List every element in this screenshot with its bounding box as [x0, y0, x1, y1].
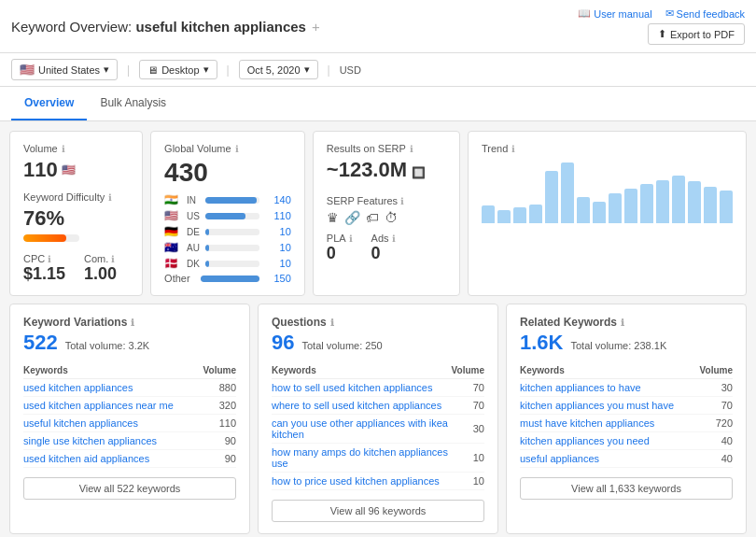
keyword-cell: single use kitchen appliances [23, 432, 198, 450]
related-keywords-card: Related Keywords ℹ 1.6K Total volume: 23… [506, 304, 747, 534]
keyword-link[interactable]: used kitchen appliances [23, 382, 133, 393]
serp-value: ~123.0M [327, 158, 407, 182]
crown-icon: ♛ [327, 210, 339, 225]
chevron-icon3: ▾ [304, 64, 310, 76]
volume-cell: 90 [198, 450, 236, 468]
global-volume-card: Global Volume ℹ 430 🇮🇳 IN 140 🇺🇸 US 110 … [150, 131, 305, 296]
user-manual-link[interactable]: 📖 User manual [578, 7, 651, 20]
us-flag-inline: 🇺🇸 [62, 163, 76, 177]
trend-card: Trend ℹ [468, 131, 747, 296]
export-icon: ⬆ [658, 28, 666, 40]
country-select[interactable]: 🇺🇸 United States ▾ [11, 59, 118, 80]
serp-info-icon[interactable]: ℹ [410, 144, 413, 154]
table-row: kitchen appliances you must have 70 [520, 397, 733, 415]
keyword-cell: useful appliances [520, 450, 695, 468]
volume-cell: 90 [198, 432, 236, 450]
other-bar-wrap [201, 276, 259, 282]
volume-cell: 70 [452, 397, 484, 415]
table-row: how to price used kitchen appliances 10 [272, 473, 484, 490]
keyword-link[interactable]: how many amps do kitchen appliances use [272, 446, 448, 469]
volume-info-icon[interactable]: ℹ [62, 144, 65, 154]
tag-icon: 🏷 [366, 210, 379, 225]
pla-ads-row: PLA ℹ 0 Ads ℹ 0 [327, 233, 446, 263]
table-row: useful appliances 40 [520, 450, 733, 468]
volume-cell: 70 [452, 379, 484, 397]
rk-table: Keywords Volume kitchen appliances to ha… [520, 362, 733, 468]
keyword-link[interactable]: single use kitchen appliances [23, 435, 157, 446]
keyword-link[interactable]: used kitchen aid appliances [23, 453, 149, 464]
volume-cell: 30 [452, 415, 484, 444]
global-label: Global Volume [164, 143, 231, 154]
table-row: kitchen appliances you need 40 [520, 432, 733, 450]
keyword-variations-card: Keyword Variations ℹ 522 Total volume: 3… [9, 304, 250, 534]
trend-bar [513, 207, 526, 223]
keyword-link[interactable]: useful appliances [520, 453, 599, 464]
keyword-link[interactable]: kitchen appliances to have [520, 382, 641, 393]
rk-info-icon[interactable]: ℹ [621, 318, 624, 328]
keyword-link[interactable]: must have kitchen appliances [520, 417, 654, 429]
keyword-link[interactable]: where to sell used kitchen appliances [272, 400, 441, 411]
header-title: Keyword Overview: useful kitchen applian… [11, 19, 320, 35]
tab-bulk-analysis[interactable]: Bulk Analysis [87, 87, 179, 120]
title-prefix: Keyword Overview: [11, 19, 132, 35]
divider2: | [227, 64, 230, 77]
send-feedback-link[interactable]: ✉ Send feedback [665, 7, 745, 20]
country-num: 140 [263, 194, 291, 205]
pla-block: PLA ℹ 0 [327, 233, 353, 263]
kv-view-all-button[interactable]: View all 522 keywords [23, 477, 236, 500]
date-select[interactable]: Oct 5, 2020 ▾ [239, 60, 318, 79]
q-col-volume: Volume [452, 362, 484, 379]
country-bar-wrap [205, 213, 259, 219]
kv-info-icon[interactable]: ℹ [131, 318, 134, 328]
volume-value: 110 [23, 158, 58, 182]
keyword-link[interactable]: kitchen appliances you need [520, 435, 650, 446]
chevron-icon2: ▾ [203, 64, 209, 76]
export-button[interactable]: ⬆ Export to PDF [648, 23, 745, 45]
keyword-title: useful kitchen appliances [135, 19, 306, 35]
q-table: Keywords Volume how to sell used kitchen… [272, 362, 484, 490]
trend-bar [545, 171, 558, 223]
q-info-icon[interactable]: ℹ [330, 318, 334, 328]
trend-bar [704, 187, 717, 223]
country-bar-fill [205, 197, 257, 204]
plus-icon[interactable]: + [312, 19, 320, 35]
difficulty-info-icon[interactable]: ℹ [108, 192, 112, 203]
keyword-link[interactable]: used kitchen appliances near me [23, 400, 174, 411]
cpc-info-icon[interactable]: ℹ [48, 254, 51, 264]
country-bar-wrap [205, 229, 259, 235]
ads-info[interactable]: ℹ [392, 233, 396, 244]
keyword-link[interactable]: how to price used kitchen appliances [272, 475, 440, 487]
keyword-cell: how many amps do kitchen appliances use [272, 444, 452, 473]
feedback-icon: ✉ [665, 7, 674, 20]
difficulty-bar-fill [23, 234, 66, 242]
ads-block: Ads ℹ 0 [371, 233, 396, 263]
trend-bar [640, 184, 653, 223]
device-select[interactable]: 🖥 Desktop ▾ [139, 60, 217, 79]
trend-info[interactable]: ℹ [511, 144, 515, 154]
keyword-link[interactable]: can you use other appliances with ikea k… [272, 417, 448, 440]
volume-cell: 70 [695, 397, 733, 415]
chevron-icon: ▾ [104, 64, 109, 76]
rk-view-all-button[interactable]: View all 1,633 keywords [520, 477, 733, 500]
q-view-all-button[interactable]: View all 96 keywords [272, 500, 484, 522]
country-rows: 🇮🇳 IN 140 🇺🇸 US 110 🇩🇪 DE 10 🇦🇺 AU 10 🇩🇰… [164, 193, 291, 270]
global-info-icon[interactable]: ℹ [235, 144, 239, 154]
serp-features-info[interactable]: ℹ [400, 196, 404, 206]
country-bar-fill [205, 245, 209, 251]
kv-table: Keywords Volume used kitchen appliances … [23, 362, 236, 468]
volume-cell: 40 [695, 432, 733, 450]
desktop-icon: 🖥 [147, 64, 158, 76]
pla-info[interactable]: ℹ [349, 233, 353, 244]
com-info-icon[interactable]: ℹ [111, 254, 115, 264]
us-flag: 🇺🇸 [20, 63, 35, 77]
keyword-link[interactable]: kitchen appliances you must have [520, 400, 674, 411]
clock-icon: ⏱ [385, 210, 398, 225]
tab-overview[interactable]: Overview [11, 87, 87, 120]
country-row: 🇮🇳 IN 140 [164, 193, 291, 206]
country-bar-wrap [205, 245, 259, 251]
keyword-link[interactable]: how to sell used kitchen appliances [272, 382, 432, 393]
keyword-link[interactable]: useful kitchen appliances [23, 417, 138, 429]
kv-col-volume: Volume [198, 362, 236, 379]
rk-total: Total volume: 238.1K [570, 340, 666, 351]
other-row: Other 150 [164, 273, 291, 284]
